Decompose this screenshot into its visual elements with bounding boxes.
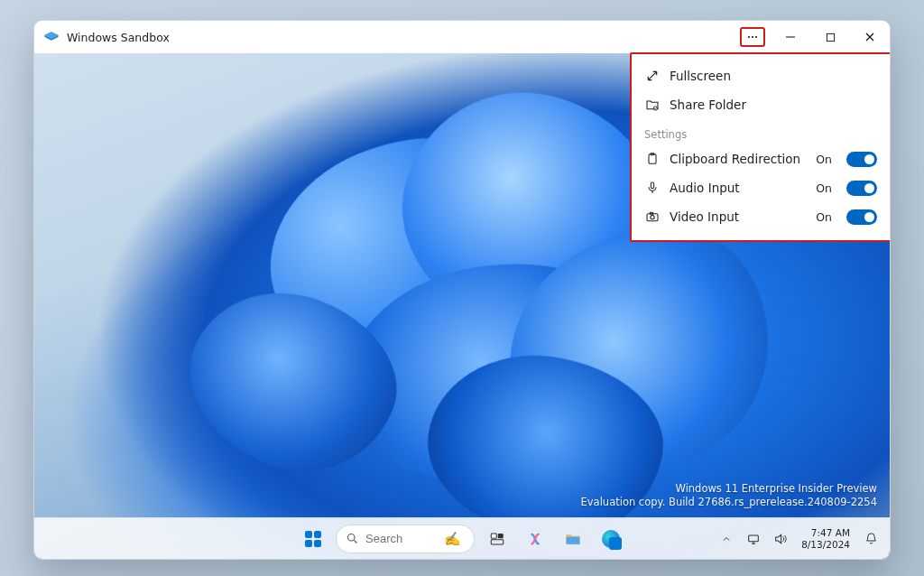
svg-rect-3 — [786, 37, 795, 38]
menu-share-folder-label: Share Folder — [670, 98, 877, 112]
window-title: Windows Sandbox — [67, 31, 170, 44]
search-icon — [346, 532, 359, 545]
tray-clock[interactable]: 7:47 AM 8/13/2024 — [796, 527, 855, 549]
sandbox-window: Windows Sandbox Fullscreen — [33, 20, 891, 560]
app-icon — [43, 29, 60, 45]
window-controls — [771, 21, 890, 53]
tray-date: 8/13/2024 — [801, 539, 850, 550]
menu-video-toggle[interactable] — [846, 209, 877, 225]
menu-clipboard-label: Clipboard Redirection — [670, 152, 807, 166]
watermark-line-1: Windows 11 Enterprise Insider Preview — [581, 482, 877, 497]
svg-rect-9 — [647, 214, 658, 221]
menu-video-state: On — [816, 210, 832, 224]
menu-fullscreen-label: Fullscreen — [670, 69, 877, 83]
edge-icon-small — [602, 530, 620, 548]
share-folder-icon — [644, 97, 661, 113]
microphone-icon — [644, 180, 661, 196]
svg-rect-16 — [749, 535, 759, 542]
menu-settings-header: Settings — [641, 119, 881, 144]
tray-time: 7:47 AM — [801, 527, 850, 538]
copilot-button[interactable] — [520, 524, 550, 554]
clipboard-icon — [644, 151, 661, 167]
camera-icon — [644, 209, 661, 225]
tray-notifications-icon[interactable] — [859, 524, 882, 554]
taskbar: ✍️ — [34, 517, 890, 559]
menu-clipboard-toggle[interactable] — [846, 152, 877, 167]
menu-fullscreen[interactable]: Fullscreen — [641, 61, 881, 90]
more-options-button[interactable] — [740, 27, 765, 47]
svg-rect-15 — [491, 539, 504, 543]
tray-network-icon[interactable] — [742, 524, 765, 554]
svg-rect-13 — [491, 534, 496, 538]
svg-rect-8 — [651, 182, 653, 189]
svg-rect-4 — [827, 33, 834, 41]
minimize-button[interactable] — [771, 21, 810, 53]
search-highlight-icon: ✍️ — [444, 531, 461, 547]
svg-point-0 — [748, 36, 750, 38]
start-icon — [305, 531, 321, 547]
menu-clipboard-state: On — [816, 153, 832, 166]
menu-video-label: Video Input — [670, 209, 807, 224]
svg-point-2 — [755, 36, 757, 38]
svg-rect-6 — [649, 154, 656, 164]
tray-chevron-icon[interactable] — [715, 524, 738, 554]
menu-video-row[interactable]: Video Input On — [641, 202, 881, 231]
system-tray: 7:47 AM 8/13/2024 — [715, 524, 882, 554]
start-button[interactable] — [298, 524, 328, 554]
more-options-menu: Fullscreen Share Folder Settings Clipboa… — [630, 52, 891, 242]
svg-point-1 — [752, 36, 753, 38]
menu-audio-toggle[interactable] — [846, 181, 877, 196]
close-button[interactable] — [850, 21, 890, 53]
watermark-line-2: Evaluation copy. Build 27686.rs_prerelea… — [581, 496, 877, 510]
menu-clipboard-row[interactable]: Clipboard Redirection On — [641, 144, 881, 173]
taskbar-search-input[interactable] — [365, 532, 438, 545]
svg-rect-14 — [498, 534, 504, 538]
file-explorer-button[interactable] — [558, 524, 588, 554]
menu-audio-state: On — [816, 181, 832, 195]
tray-volume-icon[interactable] — [769, 524, 792, 554]
titlebar[interactable]: Windows Sandbox Fullscreen — [34, 21, 890, 53]
svg-point-12 — [348, 534, 356, 542]
edge-button[interactable] — [596, 524, 626, 554]
menu-audio-row[interactable]: Audio Input On — [641, 173, 881, 202]
activation-watermark: Windows 11 Enterprise Insider Preview Ev… — [581, 482, 877, 510]
svg-point-10 — [651, 216, 654, 219]
taskbar-search[interactable]: ✍️ — [336, 525, 475, 553]
task-view-button[interactable] — [482, 524, 513, 554]
menu-share-folder[interactable]: Share Folder — [641, 90, 881, 119]
maximize-button[interactable] — [810, 21, 850, 53]
fullscreen-icon — [644, 68, 661, 84]
menu-audio-label: Audio Input — [670, 181, 807, 195]
